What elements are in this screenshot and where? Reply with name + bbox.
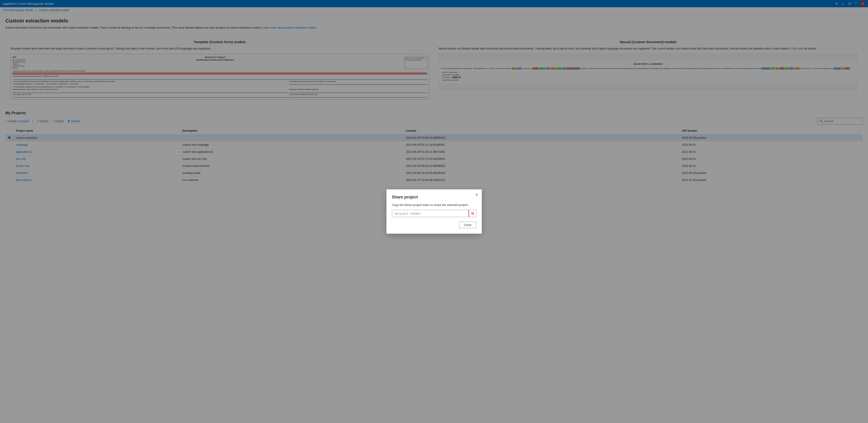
modal-description: Copy the below project token to share th…	[392, 203, 476, 207]
token-row: ⧉	[392, 210, 476, 217]
modal-close-button[interactable]: ✕	[475, 193, 478, 197]
modal-footer: Close	[392, 221, 476, 228]
project-token-input[interactable]	[392, 210, 469, 217]
modal-title: Share project	[392, 195, 476, 200]
copy-token-button[interactable]: ⧉	[469, 210, 476, 217]
close-modal-button[interactable]: Close	[459, 221, 476, 228]
modal-overlay[interactable]: Share project ✕ Copy the below project t…	[0, 0, 868, 423]
copy-icon: ⧉	[471, 211, 474, 215]
share-project-modal: Share project ✕ Copy the below project t…	[386, 189, 482, 234]
